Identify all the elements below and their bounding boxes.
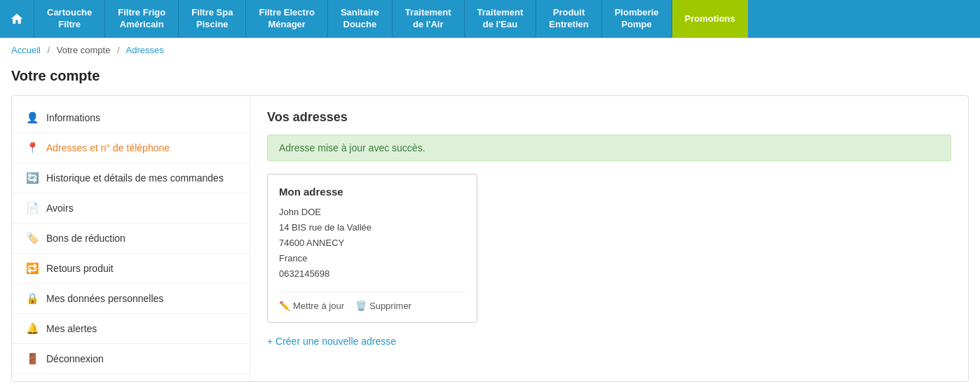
sidebar-item-informations[interactable]: 👤 Informations [12, 103, 250, 133]
nav-item-traitement-air[interactable]: Traitement de l'Air [393, 0, 465, 38]
sidebar-item-adresses[interactable]: 📍 Adresses et n° de téléphone [12, 133, 250, 163]
user-icon: 👤 [26, 111, 39, 124]
nav-item-filtre-electro[interactable]: Filtre Electro Ménager [246, 0, 327, 38]
address-card: Mon adresse John DOE 14 BIS rue de la Va… [267, 174, 477, 323]
nav-item-produit-entretien[interactable]: Produit Entretien [536, 0, 601, 38]
breadcrumb-accueil[interactable]: Accueil [11, 45, 41, 55]
breadcrumb-adresses[interactable]: Adresses [126, 45, 164, 55]
nav-item-promotions[interactable]: Promotions [672, 0, 748, 38]
create-address-button[interactable]: + Créer une nouvelle adresse [267, 336, 396, 347]
sidebar-item-historique[interactable]: 🔄 Historique et détails de mes commandes [12, 163, 250, 193]
edit-icon: ✏️ [279, 301, 290, 311]
bell-icon: 🔔 [26, 322, 39, 335]
sidebar-item-bons-reduction[interactable]: 🏷️ Bons de réduction [12, 224, 250, 254]
nav-item-filtre-frigo[interactable]: Filtre Frigo Américain [105, 0, 179, 38]
nav-item-filtre-spa[interactable]: Filtre Spa Piscine [179, 0, 246, 38]
lock-icon: 🔒 [26, 292, 39, 305]
right-panel: Vos adresses Adresse mise à jour avec su… [250, 96, 968, 381]
address-actions: ✏️ Mettre à jour 🗑️ Supprimer [279, 291, 465, 311]
delete-address-button[interactable]: 🗑️ Supprimer [355, 301, 411, 311]
nav-item-traitement-eau[interactable]: Traitement de l'Eau [465, 0, 537, 38]
address-phone: 0632145698 [279, 266, 465, 282]
logout-icon: 🚪 [26, 352, 39, 365]
trash-icon: 🗑️ [355, 301, 367, 311]
sidebar-item-deconnexion[interactable]: 🚪 Déconnexion [12, 344, 250, 374]
nav-item-plomberie[interactable]: Plomberie Pompe [602, 0, 672, 38]
address-city: 74600 ANNECY [279, 235, 465, 251]
nav-item-cartouche-filtre[interactable]: Cartouche Filtre [34, 0, 105, 38]
breadcrumb-votre-compte: Votre compte [57, 45, 111, 55]
section-title: Vos adresses [267, 110, 951, 125]
history-icon: 🔄 [26, 172, 39, 184]
location-icon: 📍 [26, 142, 39, 154]
document-icon: 📄 [26, 202, 39, 214]
main-content: 👤 Informations 📍 Adresses et n° de télép… [11, 95, 969, 382]
return-icon: 🔁 [26, 262, 39, 275]
success-message: Adresse mise à jour avec succès. [267, 135, 951, 161]
navigation: Cartouche Filtre Filtre Frigo Américain … [0, 0, 980, 38]
update-address-button[interactable]: ✏️ Mettre à jour [279, 301, 344, 311]
sidebar-item-donnees-personnelles[interactable]: 🔒 Mes données personnelles [12, 284, 250, 314]
sidebar-item-alertes[interactable]: 🔔 Mes alertes [12, 314, 250, 344]
tag-icon: 🏷️ [26, 232, 39, 245]
address-name: John DOE [279, 205, 465, 220]
nav-item-sanitaire[interactable]: Sanitaire Douche [328, 0, 393, 38]
address-country: France [279, 251, 465, 266]
page-title: Votre compte [0, 62, 980, 95]
sidebar-item-retours[interactable]: 🔁 Retours produit [12, 254, 250, 284]
sidebar: 👤 Informations 📍 Adresses et n° de télép… [12, 96, 250, 381]
address-street: 14 BIS rue de la Vallée [279, 220, 465, 235]
home-button[interactable] [0, 0, 34, 38]
breadcrumb: Accueil / Votre compte / Adresses [0, 38, 980, 62]
sidebar-item-avoirs[interactable]: 📄 Avoirs [12, 193, 250, 224]
address-card-title: Mon adresse [279, 186, 465, 198]
